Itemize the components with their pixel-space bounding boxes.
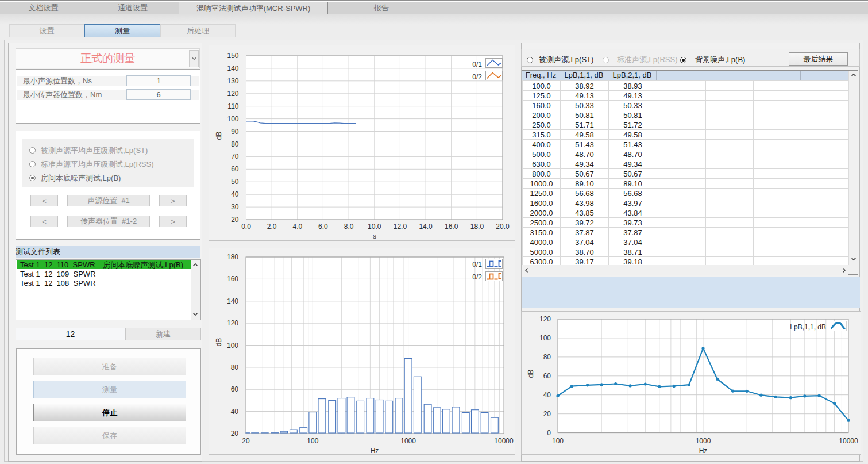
svg-text:20: 20 [231,430,239,438]
svg-text:10000: 10000 [494,437,514,445]
svg-text:1000: 1000 [696,437,711,445]
svg-text:10000: 10000 [839,437,858,445]
svg-text:0.0: 0.0 [241,223,251,231]
svg-text:18.0: 18.0 [470,223,484,231]
svg-text:80: 80 [543,353,551,361]
svg-text:LpB,1,1, dB: LpB,1,1, dB [790,323,826,331]
svg-text:160: 160 [227,275,238,283]
svg-text:2.0: 2.0 [267,223,277,231]
svg-text:20: 20 [231,216,239,224]
svg-text:40: 40 [543,391,551,399]
svg-text:70: 70 [231,152,239,160]
svg-text:80: 80 [231,363,239,371]
svg-text:s: s [373,232,376,240]
svg-text:140: 140 [227,297,238,305]
svg-text:60: 60 [543,372,551,380]
svg-text:100: 100 [307,437,318,445]
svg-text:20.0: 20.0 [496,223,510,231]
svg-text:1000: 1000 [400,437,416,445]
svg-text:120: 120 [227,319,238,327]
svg-text:100: 100 [227,115,238,123]
svg-text:20: 20 [242,437,250,445]
svg-text:130: 130 [227,77,238,85]
svg-text:30: 30 [231,203,239,211]
svg-text:40: 40 [231,190,239,198]
svg-text:dB: dB [215,132,223,140]
svg-text:180: 180 [227,253,238,261]
svg-text:40: 40 [231,408,239,416]
svg-text:0/2: 0/2 [472,73,482,81]
svg-text:0/2: 0/2 [472,273,482,281]
svg-text:90: 90 [231,128,239,136]
svg-text:100: 100 [227,342,238,350]
svg-text:20: 20 [543,410,551,418]
svg-text:110: 110 [227,102,238,110]
svg-text:50: 50 [231,178,239,186]
svg-text:150: 150 [227,52,238,60]
svg-text:14.0: 14.0 [419,223,433,231]
svg-text:0: 0 [547,429,551,437]
svg-text:6.0: 6.0 [318,223,328,231]
svg-text:100: 100 [552,437,564,445]
svg-text:dB: dB [527,370,535,378]
svg-text:Hz: Hz [699,447,708,455]
svg-text:120: 120 [539,315,551,323]
svg-text:80: 80 [231,140,239,148]
svg-text:8.0: 8.0 [344,223,354,231]
svg-text:10.0: 10.0 [368,223,381,231]
svg-text:60: 60 [231,165,239,173]
svg-text:dB: dB [215,338,223,347]
svg-text:100: 100 [539,334,551,342]
svg-text:0/1: 0/1 [472,60,482,68]
svg-text:60: 60 [231,385,239,393]
svg-text:16.0: 16.0 [445,223,458,231]
svg-text:120: 120 [227,90,238,98]
svg-text:140: 140 [227,64,238,72]
svg-text:0/1: 0/1 [472,260,482,269]
svg-text:Hz: Hz [371,447,379,455]
svg-text:12.0: 12.0 [394,223,407,231]
svg-text:4.0: 4.0 [292,223,302,231]
